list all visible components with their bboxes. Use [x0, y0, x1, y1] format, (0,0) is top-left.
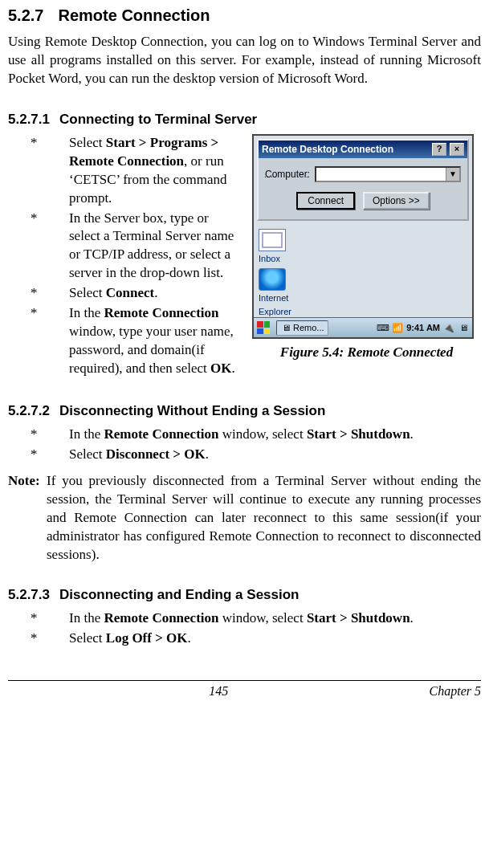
list-item: * Select Start > Programs > Remote Conne…: [8, 134, 241, 208]
step-text: Select Connect.: [69, 284, 241, 303]
remote-desktop-window: Remote Desktop Connection ? × Computer: …: [257, 139, 469, 221]
close-button[interactable]: ×: [450, 143, 464, 156]
clock: 9:41 AM: [406, 322, 440, 334]
list-item: * Select Disconnect > OK.: [8, 446, 481, 464]
keyboard-tray-icon[interactable]: ⌨: [377, 322, 389, 333]
signal-tray-icon[interactable]: 📶: [392, 322, 403, 333]
bullet: *: [8, 446, 69, 464]
bullet: *: [8, 304, 69, 378]
subsection-1-title: Connecting to Terminal Server: [59, 112, 257, 127]
step-text: In the Server box, type or select a Term…: [69, 210, 241, 283]
subsection-2-number: 5.2.7.2: [8, 403, 50, 418]
internet-explorer-icon: [259, 268, 286, 291]
list-item: * In the Remote Connection window, type …: [8, 304, 241, 378]
list-item: * In the Server box, type or select a Te…: [8, 210, 241, 283]
intro-paragraph: Using Remote Desktop Connection, you can…: [8, 33, 481, 88]
start-button[interactable]: [254, 321, 273, 334]
steps-2-list: * In the Remote Connection window, selec…: [8, 426, 481, 464]
figure-screenshot: Remote Desktop Connection ? × Computer: …: [252, 134, 481, 363]
subsection-2-title: Disconnecting Without Ending a Session: [59, 403, 325, 418]
subsection-3-number: 5.2.7.3: [8, 587, 50, 602]
desktop-area: Inbox Internet Explorer: [254, 224, 472, 318]
page-footer: 145 Chapter 5: [8, 680, 481, 700]
connect-button[interactable]: Connect: [296, 192, 355, 210]
window-title-text: Remote Desktop Connection: [262, 143, 429, 156]
window-titlebar: Remote Desktop Connection ? ×: [259, 141, 467, 158]
icon-label: Internet: [259, 292, 288, 304]
step-text: Select Start > Programs > Remote Connect…: [69, 134, 241, 208]
subsection-1-number: 5.2.7.1: [8, 112, 50, 127]
inbox-icon: [259, 229, 286, 251]
bullet: *: [8, 284, 69, 303]
step-text: In the Remote Connection window, type yo…: [69, 304, 241, 378]
step-text: In the Remote Connection window, select …: [69, 426, 481, 444]
list-item: * Select Connect.: [8, 284, 241, 303]
options-button[interactable]: Options >>: [363, 192, 430, 210]
step-text: In the Remote Connection window, select …: [69, 609, 481, 628]
bullet: *: [8, 426, 69, 444]
computer-label: Computer:: [265, 168, 310, 181]
chapter-label: Chapter 5: [430, 683, 481, 700]
list-item: * In the Remote Connection window, selec…: [8, 426, 481, 444]
subsection-2-heading: 5.2.7.2Disconnecting Without Ending a Se…: [8, 402, 481, 421]
chevron-down-icon[interactable]: ▼: [446, 168, 459, 181]
tray-icon[interactable]: 🔌: [443, 322, 454, 333]
list-item: * In the Remote Connection window, selec…: [8, 609, 481, 628]
bullet: *: [8, 609, 69, 628]
icon-label: Inbox: [259, 253, 280, 265]
section-number: 5.2.7: [8, 6, 43, 24]
bullet: *: [8, 134, 69, 208]
internet-explorer-desktop-icon[interactable]: Internet Explorer: [259, 268, 467, 318]
page-number: 145: [8, 683, 430, 700]
inbox-desktop-icon[interactable]: Inbox: [259, 229, 467, 265]
list-item: * Select Log Off > OK.: [8, 630, 481, 648]
bullet: *: [8, 630, 69, 648]
section-title-text: Remote Connection: [58, 6, 210, 24]
computer-input[interactable]: [316, 168, 446, 181]
subsection-3-heading: 5.2.7.3Disconnecting and Ending a Sessio…: [8, 586, 481, 605]
figure-caption: Figure 5.4: Remote Connected: [252, 344, 481, 362]
steps-3-list: * In the Remote Connection window, selec…: [8, 609, 481, 648]
bullet: *: [8, 210, 69, 283]
system-tray: ⌨ 📶 9:41 AM 🔌 🖥: [374, 322, 472, 334]
steps-1-list: * Select Start > Programs > Remote Conne…: [8, 134, 241, 378]
computer-combobox[interactable]: ▼: [315, 166, 461, 182]
taskbar: 🖥 Remo... ⌨ 📶 9:41 AM 🔌 🖥: [254, 317, 472, 337]
step-text: Select Log Off > OK.: [69, 630, 481, 648]
help-button[interactable]: ?: [432, 143, 446, 156]
note: Note: If you previously disconnected fro…: [8, 472, 481, 564]
taskbar-item-remote[interactable]: 🖥 Remo...: [276, 320, 328, 336]
step-text: Select Disconnect > OK.: [69, 446, 481, 464]
icon-label: Explorer: [259, 306, 291, 318]
note-body: If you previously disconnected from a Te…: [47, 472, 481, 564]
section-heading: 5.2.7Remote Connection: [8, 5, 481, 26]
taskbar-item-label: Remo...: [293, 322, 324, 334]
subsection-3-title: Disconnecting and Ending a Session: [59, 587, 300, 602]
app-icon: 🖥: [280, 322, 291, 333]
windows-logo-icon: [257, 321, 270, 334]
subsection-1-heading: 5.2.7.1Connecting to Terminal Server: [8, 111, 481, 129]
tray-icon[interactable]: 🖥: [458, 322, 469, 333]
note-label: Note:: [8, 472, 47, 564]
